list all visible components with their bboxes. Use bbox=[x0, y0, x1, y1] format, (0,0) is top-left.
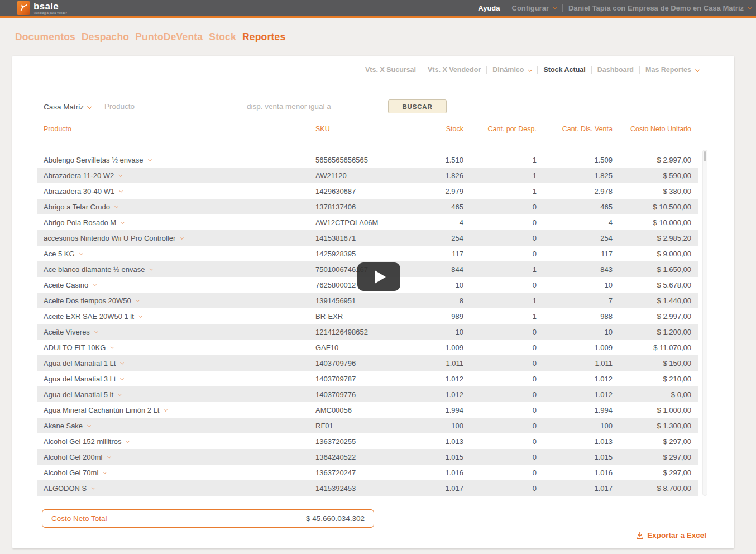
table-row: Abolengo Servilletas ½ envase56565656565… bbox=[37, 152, 698, 168]
product-actions-chevron-icon[interactable] bbox=[107, 455, 111, 459]
scrollbar-thumb[interactable] bbox=[704, 151, 706, 161]
cell-product: Akane Sake bbox=[37, 422, 315, 430]
cell-dis: 10 bbox=[537, 328, 613, 336]
nav-item-reportes[interactable]: Reportes bbox=[242, 31, 285, 43]
table-row: Alcohol Gel 200ml13642405221.01501.015$ … bbox=[37, 449, 698, 465]
cell-product: Aceite EXR SAE 20W50 1 lt bbox=[37, 312, 315, 321]
product-actions-chevron-icon[interactable] bbox=[87, 423, 91, 427]
bsale-logo[interactable]: bsale tecnología para vender bbox=[17, 1, 67, 15]
table-row: Ace 5 KG14259283951170117$ 9.000,00 bbox=[37, 246, 698, 261]
product-filter-input[interactable] bbox=[103, 100, 235, 114]
product-actions-chevron-icon[interactable] bbox=[114, 204, 118, 208]
cell-sku: AW12CTPOLA06M bbox=[315, 218, 391, 227]
cell-costo: $ 9.000,00 bbox=[613, 250, 698, 258]
product-name: ALGODON S bbox=[44, 484, 87, 493]
cell-desp: 0 bbox=[463, 453, 537, 461]
tab-mas-reportes[interactable]: Mas Reportes bbox=[640, 66, 699, 74]
chevron-down-icon bbox=[748, 5, 752, 9]
product-actions-chevron-icon[interactable] bbox=[103, 470, 107, 474]
cell-dis: 1.825 bbox=[537, 171, 613, 180]
cell-costo: $ 5.678,00 bbox=[613, 281, 698, 289]
cell-sku: 5656565656565 bbox=[315, 156, 391, 164]
help-link[interactable]: Ayuda bbox=[478, 4, 500, 12]
cell-dis: 4 bbox=[537, 218, 613, 227]
product-name: Agua del Manatial 1 Lt bbox=[44, 359, 116, 367]
product-actions-chevron-icon[interactable] bbox=[126, 439, 130, 443]
cell-costo: $ 380,00 bbox=[613, 187, 698, 195]
main-nav: DocumentosDespachoPuntoDeVentaStockRepor… bbox=[15, 31, 285, 43]
product-actions-chevron-icon[interactable] bbox=[164, 408, 168, 412]
cell-stock: 8 bbox=[391, 297, 463, 305]
disp-venta-filter-input[interactable] bbox=[246, 100, 377, 114]
tab-vts-x-vendedor[interactable]: Vts. X Vendedor bbox=[422, 66, 487, 74]
total-label: Costo Neto Total bbox=[51, 514, 107, 523]
branch-selector[interactable]: Casa Matriz bbox=[44, 103, 103, 114]
cell-dis: 1.509 bbox=[537, 156, 613, 164]
product-name: Aceite Casino bbox=[44, 281, 88, 289]
cell-product: Aceite Casino bbox=[37, 281, 315, 289]
product-actions-chevron-icon[interactable] bbox=[94, 329, 98, 333]
plant-icon bbox=[18, 3, 28, 13]
product-actions-chevron-icon[interactable] bbox=[180, 236, 184, 240]
cell-costo: $ 2.997,00 bbox=[613, 156, 698, 164]
cell-costo: $ 11.070,00 bbox=[613, 343, 698, 352]
tab-din-mico[interactable]: Dinámico bbox=[487, 66, 538, 74]
product-actions-chevron-icon[interactable] bbox=[121, 220, 125, 224]
cell-costo: $ 2.985,20 bbox=[613, 234, 698, 242]
tab-vts-x-sucursal[interactable]: Vts. X Sucursal bbox=[360, 66, 422, 74]
product-actions-chevron-icon[interactable] bbox=[136, 298, 140, 302]
user-menu[interactable]: Daniel Tapia con Empresa de Demo en Casa… bbox=[568, 4, 752, 12]
product-actions-chevron-icon[interactable] bbox=[110, 345, 114, 349]
cell-desp: 0 bbox=[463, 218, 537, 227]
cell-costo: $ 297,00 bbox=[613, 469, 698, 477]
product-name: Alcohol Gel 200ml bbox=[44, 453, 103, 461]
product-actions-chevron-icon[interactable] bbox=[121, 361, 125, 365]
cell-sku: AW21120 bbox=[315, 171, 391, 180]
video-play-button[interactable] bbox=[357, 262, 400, 291]
cell-dis: 7 bbox=[537, 297, 613, 305]
column-header-costo-neto-unitario: Costo Neto Unitario bbox=[613, 124, 698, 134]
product-actions-chevron-icon[interactable] bbox=[138, 314, 142, 318]
product-actions-chevron-icon[interactable] bbox=[91, 486, 95, 490]
product-name: Abrazadera 11-20 W2 bbox=[44, 171, 114, 180]
cell-dis: 100 bbox=[537, 422, 613, 430]
product-actions-chevron-icon[interactable] bbox=[79, 251, 83, 255]
cell-product: Abolengo Servilletas ½ envase bbox=[37, 156, 315, 164]
cell-stock: 2.979 bbox=[391, 187, 463, 195]
tab-stock-actual[interactable]: Stock Actual bbox=[538, 66, 591, 74]
configure-menu[interactable]: Configurar bbox=[512, 4, 557, 12]
cell-dis: 1.013 bbox=[537, 437, 613, 446]
product-actions-chevron-icon[interactable] bbox=[121, 376, 125, 380]
cell-stock: 465 bbox=[391, 203, 463, 211]
cell-product: Ace 5 KG bbox=[37, 250, 315, 258]
nav-item-puntodeventa[interactable]: PuntoDeVenta bbox=[135, 31, 203, 43]
tab-dashboard[interactable]: Dashboard bbox=[592, 66, 640, 74]
cell-costo: $ 1.650,00 bbox=[613, 265, 698, 274]
product-actions-chevron-icon[interactable] bbox=[93, 283, 97, 286]
table-row: Abrazadera 11-20 W2AW211201.82611.825$ 5… bbox=[37, 168, 698, 183]
product-name: Abrigo Pola Rosado M bbox=[44, 218, 116, 227]
cell-desp: 0 bbox=[463, 390, 537, 399]
product-actions-chevron-icon[interactable] bbox=[119, 189, 123, 193]
cell-stock: 1.011 bbox=[391, 359, 463, 367]
cell-desp: 1 bbox=[463, 171, 537, 180]
cell-dis: 2.978 bbox=[537, 187, 613, 195]
product-actions-chevron-icon[interactable] bbox=[118, 392, 122, 396]
cell-dis: 1.994 bbox=[537, 406, 613, 414]
nav-item-despacho[interactable]: Despacho bbox=[82, 31, 129, 43]
product-actions-chevron-icon[interactable] bbox=[118, 173, 122, 177]
nav-item-stock[interactable]: Stock bbox=[209, 31, 236, 43]
cell-product: Aceite Dos tiempos 20W50 bbox=[37, 297, 315, 305]
table-scrollbar[interactable] bbox=[702, 150, 707, 496]
cell-product: Alcohol Gel 152 mlilitros bbox=[37, 437, 315, 446]
buscar-button[interactable]: BUSCAR bbox=[388, 99, 447, 113]
export-excel-link[interactable]: Exportar a Excel bbox=[636, 531, 706, 539]
product-name: accesorios Nintendo Wii U Pro Controller bbox=[44, 234, 175, 242]
product-actions-chevron-icon[interactable] bbox=[148, 157, 152, 161]
table-row: Aceite EXR SAE 20W50 1 ltBR-EXR9891988$ … bbox=[37, 308, 698, 324]
cell-desp: 0 bbox=[463, 406, 537, 414]
cell-stock: 1.012 bbox=[391, 375, 463, 383]
product-actions-chevron-icon[interactable] bbox=[150, 267, 154, 271]
nav-item-documentos[interactable]: Documentos bbox=[15, 31, 75, 43]
cell-dis: 1.017 bbox=[537, 484, 613, 493]
